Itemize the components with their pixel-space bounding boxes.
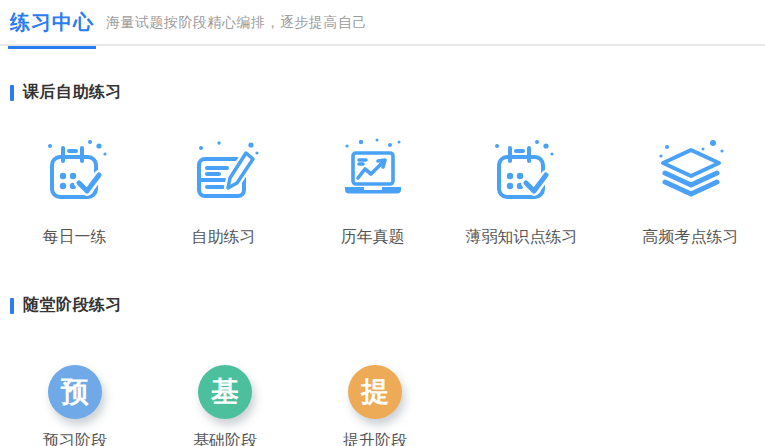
past-exam-papers-item[interactable]: 历年真题 [298,134,447,248]
page-header: 练习中心 海量试题按阶段精心编排，逐步提高自己 [0,0,765,46]
section-stage-practice-title: 随堂阶段练习 [10,295,765,316]
stage-items-row: 预预习阶段基基础阶段提提升阶段 [0,365,765,446]
past-exam-papers-label: 历年真题 [341,227,405,248]
edit-note-icon [184,134,264,214]
calendar-check-icon [482,134,562,214]
preview-stage-label: 预习阶段 [43,431,107,446]
weak-knowledge-points-item[interactable]: 薄弱知识点练习 [447,134,596,248]
improve-stage-badge-icon: 提 [348,365,402,419]
section-title-accent-bar [10,298,14,314]
basic-stage-badge-icon: 基 [198,365,252,419]
section-self-practice: 课后自助练习 每日一练 [0,82,765,248]
section-title-text: 随堂阶段练习 [23,295,122,316]
section-title-accent-bar [10,85,14,101]
basic-stage-item[interactable]: 基基础阶段 [150,365,300,446]
layers-icon [651,134,731,214]
weak-knowledge-points-label: 薄弱知识点练习 [466,227,578,248]
page-subtitle: 海量试题按阶段精心编排，逐步提高自己 [106,14,367,32]
section-self-practice-title: 课后自助练习 [10,82,765,103]
self-practice-label: 自助练习 [192,227,256,248]
high-frequency-points-label: 高频考点练习 [643,227,739,248]
improve-stage-item[interactable]: 提提升阶段 [300,365,450,446]
page-title[interactable]: 练习中心 [8,9,96,49]
preview-stage-badge-icon: 预 [48,365,102,419]
preview-stage-item[interactable]: 预预习阶段 [0,365,150,446]
daily-practice-label: 每日一练 [43,227,107,248]
daily-practice-item[interactable]: 每日一练 [0,134,149,248]
high-frequency-points-item[interactable]: 高频考点练习 [616,134,765,248]
practice-items-row: 每日一练 自助练习 [0,134,765,248]
basic-stage-label: 基础阶段 [193,431,257,446]
self-practice-item[interactable]: 自助练习 [149,134,298,248]
laptop-chart-icon [333,134,413,214]
calendar-check-icon [35,134,115,214]
section-stage-practice: 随堂阶段练习 预预习阶段基基础阶段提提升阶段 [0,295,765,446]
section-title-text: 课后自助练习 [23,82,122,103]
improve-stage-label: 提升阶段 [343,431,407,446]
